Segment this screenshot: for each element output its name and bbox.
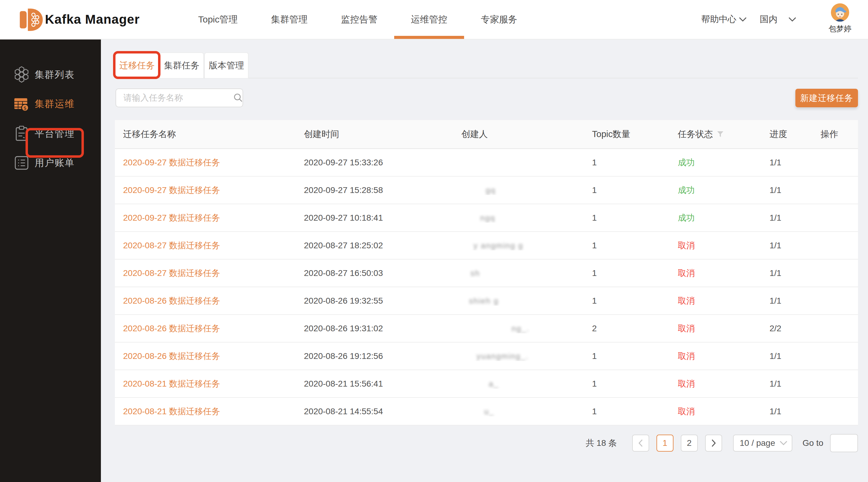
- cell-topic-count: 2: [592, 324, 674, 333]
- col-task-status-label: 任务状态: [678, 128, 713, 140]
- cell-topic-count: 1: [592, 407, 674, 416]
- sidebar-item-label: 集群列表: [35, 68, 75, 81]
- cell-topic-count: 1: [592, 185, 674, 195]
- table-row: 2020-09-27 数据迁移任务 2020-09-27 15:33:26 1 …: [115, 149, 858, 176]
- pagination-total: 共 18 条: [586, 437, 617, 449]
- nav-ops-control[interactable]: 运维管控: [394, 0, 464, 39]
- table-row: 2020-08-21 数据迁移任务 2020-08-21 14:55:54 u_…: [115, 398, 858, 425]
- page-size-value: 10 / page: [740, 438, 775, 448]
- cell-creator-redacted: u_: [484, 407, 494, 416]
- sidebar-item-cluster-list[interactable]: 集群列表: [0, 60, 101, 89]
- cell-creator-redacted: a_: [489, 379, 499, 388]
- cell-create-time: 2020-08-27 16:50:03: [304, 268, 449, 278]
- table-row: 2020-09-27 数据迁移任务 2020-09-27 10:18:41 ng…: [115, 204, 858, 232]
- cell-task-status: 成功: [674, 185, 770, 196]
- cell-create-time: 2020-08-26 19:32:55: [304, 296, 449, 306]
- help-center-label: 帮助中心: [701, 13, 736, 26]
- task-search-input[interactable]: [116, 93, 233, 103]
- cell-progress: 2/2: [770, 324, 820, 333]
- cell-progress: 1/1: [770, 407, 820, 416]
- col-operation: 操作: [820, 128, 858, 140]
- chevron-down-icon: [788, 17, 796, 22]
- cell-creator-redacted: yuangming_.: [476, 352, 529, 361]
- pagination-page-2[interactable]: 2: [681, 435, 698, 452]
- app-header: Kafka Manager Topic管理 集群管理 监控告警 运维管控 专家服…: [0, 0, 868, 39]
- task-name-link[interactable]: 2020-08-26 数据迁移任务: [123, 351, 220, 361]
- cell-topic-count: 1: [592, 241, 674, 250]
- page-size-select[interactable]: 10 / page: [733, 435, 792, 452]
- billing-grid-icon: $: [13, 95, 30, 113]
- nav-monitor-alert[interactable]: 监控告警: [324, 0, 394, 39]
- help-center-menu[interactable]: 帮助中心: [701, 0, 747, 39]
- task-name-link[interactable]: 2020-08-21 数据迁移任务: [123, 407, 220, 416]
- pagination-next-button[interactable]: [705, 435, 722, 452]
- cell-creator-redacted: y angming g: [473, 241, 523, 250]
- task-search-box: [116, 89, 243, 107]
- bill-list-icon: [13, 154, 30, 172]
- table-row: 2020-08-27 数据迁移任务 2020-08-27 18:25:02 y …: [115, 232, 858, 260]
- sidebar-item-label: 用户账单: [35, 157, 75, 169]
- nav-cluster-management[interactable]: 集群管理: [254, 0, 324, 39]
- main-nav: Topic管理 集群管理 监控告警 运维管控 专家服务: [181, 0, 534, 39]
- nav-expert-service[interactable]: 专家服务: [464, 0, 534, 39]
- cell-topic-count: 1: [592, 296, 674, 306]
- sidebar-item-label: 平台管理: [35, 127, 75, 140]
- pagination-page-1[interactable]: 1: [656, 435, 674, 452]
- user-profile[interactable]: 包梦婷: [825, 3, 855, 34]
- cell-create-time: 2020-08-26 19:12:56: [304, 351, 449, 361]
- cell-topic-count: 1: [592, 213, 674, 223]
- task-name-link[interactable]: 2020-08-27 数据迁移任务: [123, 268, 220, 278]
- cell-task-status: 取消: [674, 323, 770, 334]
- tab-version-management[interactable]: 版本管理: [204, 52, 249, 78]
- cell-topic-count: 1: [592, 379, 674, 389]
- content-tabs: 迁移任务 集群任务 版本管理: [115, 52, 858, 78]
- cell-task-status: 成功: [674, 212, 770, 224]
- cell-task-status: 取消: [674, 350, 770, 362]
- task-name-link[interactable]: 2020-08-21 数据迁移任务: [123, 379, 220, 388]
- tab-cluster-tasks[interactable]: 集群任务: [160, 52, 204, 78]
- cell-creator-redacted: ng_.: [512, 324, 529, 333]
- cell-progress: 1/1: [770, 241, 820, 250]
- cell-progress: 1/1: [770, 158, 820, 167]
- cell-create-time: 2020-08-21 14:55:54: [304, 407, 449, 416]
- cell-create-time: 2020-08-21 15:56:41: [304, 379, 449, 389]
- region-selector[interactable]: 国内: [760, 0, 796, 39]
- task-name-link[interactable]: 2020-09-27 数据迁移任务: [123, 213, 220, 222]
- sidebar: 集群列表 $ 集群运维 平台管理: [0, 39, 101, 482]
- cell-task-status: 成功: [674, 157, 770, 168]
- cell-create-time: 2020-09-27 15:33:26: [304, 158, 449, 167]
- col-creator: 创建人: [449, 128, 592, 140]
- tab-migration-tasks[interactable]: 迁移任务: [115, 52, 159, 78]
- svg-text:$: $: [23, 105, 27, 111]
- task-name-link[interactable]: 2020-08-26 数据迁移任务: [123, 324, 220, 333]
- col-progress: 进度: [770, 128, 820, 140]
- task-name-link[interactable]: 2020-09-27 数据迁移任务: [123, 158, 220, 167]
- pagination-prev-button[interactable]: [632, 435, 649, 452]
- sidebar-item-label: 集群运维: [35, 98, 75, 110]
- col-task-status: 任务状态: [674, 128, 770, 140]
- table-row: 2020-08-26 数据迁移任务 2020-08-26 19:12:56 yu…: [115, 343, 858, 370]
- create-migration-task-button[interactable]: 新建迁移任务: [795, 89, 858, 107]
- task-name-link[interactable]: 2020-08-26 数据迁移任务: [123, 296, 220, 306]
- table-row: 2020-08-27 数据迁移任务 2020-08-27 16:50:03 sh…: [115, 260, 858, 287]
- cell-topic-count: 1: [592, 158, 674, 167]
- goto-page-input[interactable]: [830, 434, 858, 452]
- task-name-link[interactable]: 2020-08-27 数据迁移任务: [123, 241, 220, 250]
- filter-funnel-icon[interactable]: [717, 131, 724, 138]
- user-name: 包梦婷: [825, 24, 855, 34]
- task-name-link[interactable]: 2020-09-27 数据迁移任务: [123, 185, 220, 195]
- sidebar-item-platform-management[interactable]: 平台管理: [0, 119, 101, 148]
- migration-task-table: 迁移任务名称 创建时间 创建人 Topic数量 任务状态 进度 操作 2020-…: [115, 120, 858, 425]
- cell-create-time: 2020-08-26 19:31:02: [304, 324, 449, 333]
- cell-creator-redacted: sh: [470, 269, 480, 278]
- cell-creator-redacted: ngq: [480, 213, 495, 222]
- clipboard-icon: [13, 125, 30, 142]
- cell-progress: 1/1: [770, 185, 820, 195]
- sidebar-item-user-bills[interactable]: 用户账单: [0, 148, 101, 178]
- cell-progress: 1/1: [770, 296, 820, 306]
- table-row: 2020-08-26 数据迁移任务 2020-08-26 19:31:02 ng…: [115, 315, 858, 343]
- table-row: 2020-08-26 数据迁移任务 2020-08-26 19:32:55 sh…: [115, 287, 858, 315]
- search-icon: [233, 93, 243, 103]
- nav-topic-management[interactable]: Topic管理: [181, 0, 254, 39]
- sidebar-item-cluster-ops[interactable]: $ 集群运维: [0, 89, 101, 119]
